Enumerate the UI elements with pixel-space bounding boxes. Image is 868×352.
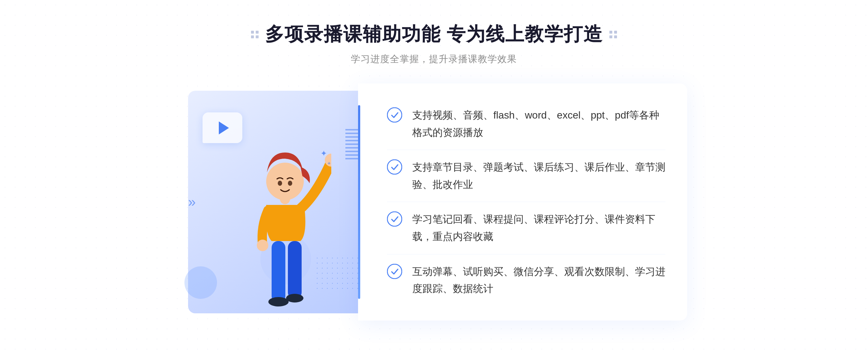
features-panel: 支持视频、音频、flash、word、excel、ppt、pdf等各种格式的资源… (358, 83, 687, 321)
check-icon-1 (387, 107, 402, 123)
header-section: 多项录播课辅助功能 专为线上教学打造 学习进度全掌握，提升录播课教学效果 (251, 22, 617, 65)
svg-point-3 (286, 294, 303, 302)
content-area: » (181, 83, 687, 321)
blue-circle-small (184, 266, 217, 299)
check-icon-4 (387, 264, 402, 279)
feature-text-4: 互动弹幕、试听购买、微信分享、观看次数限制、学习进度跟踪、数据统计 (412, 263, 665, 297)
play-bubble (203, 112, 242, 143)
feature-item-4: 互动弹幕、试听购买、微信分享、观看次数限制、学习进度跟踪、数据统计 (387, 254, 665, 306)
svg-point-9 (288, 181, 292, 186)
svg-text:✦: ✦ (327, 160, 331, 166)
right-decorator (609, 31, 617, 38)
svg-point-5 (257, 240, 268, 251)
svg-point-15 (387, 264, 402, 279)
svg-point-7 (266, 163, 304, 200)
svg-point-13 (387, 160, 402, 174)
svg-point-14 (387, 212, 402, 226)
illustration-side: » (181, 83, 369, 321)
feature-item-2: 支持章节目录、弹题考试、课后练习、课后作业、章节测验、批改作业 (387, 150, 665, 202)
svg-rect-0 (272, 241, 285, 302)
left-decorator (251, 31, 259, 38)
svg-rect-1 (288, 241, 302, 299)
svg-point-12 (387, 108, 402, 122)
check-icon-2 (387, 159, 402, 175)
feature-item-1: 支持视频、音频、flash、word、excel、ppt、pdf等各种格式的资源… (387, 98, 665, 150)
svg-text:✦: ✦ (320, 149, 327, 158)
feature-text-1: 支持视频、音频、flash、word、excel、ppt、pdf等各种格式的资源… (412, 107, 665, 141)
feature-item-3: 学习笔记回看、课程提问、课程评论打分、课件资料下载，重点内容收藏 (387, 202, 665, 254)
title-row: 多项录播课辅助功能 专为线上教学打造 (251, 22, 617, 47)
feature-text-2: 支持章节目录、弹题考试、课后练习、课后作业、章节测验、批改作业 (412, 159, 665, 193)
svg-point-8 (278, 181, 282, 186)
svg-point-2 (268, 297, 289, 306)
check-icon-3 (387, 211, 402, 227)
page-subtitle: 学习进度全掌握，提升录播课教学效果 (251, 53, 617, 65)
page-wrapper: 多项录播课辅助功能 专为线上教学打造 学习进度全掌握，提升录播课教学效果 (0, 0, 868, 352)
person-illustration: ✦ ✦ (237, 133, 331, 321)
feature-text-3: 学习笔记回看、课程提问、课程评论打分、课件资料下载，重点内容收藏 (412, 211, 665, 245)
chevron-left-icon: » (188, 194, 196, 210)
page-title: 多项录播课辅助功能 专为线上教学打造 (265, 22, 603, 47)
play-icon (219, 121, 229, 134)
